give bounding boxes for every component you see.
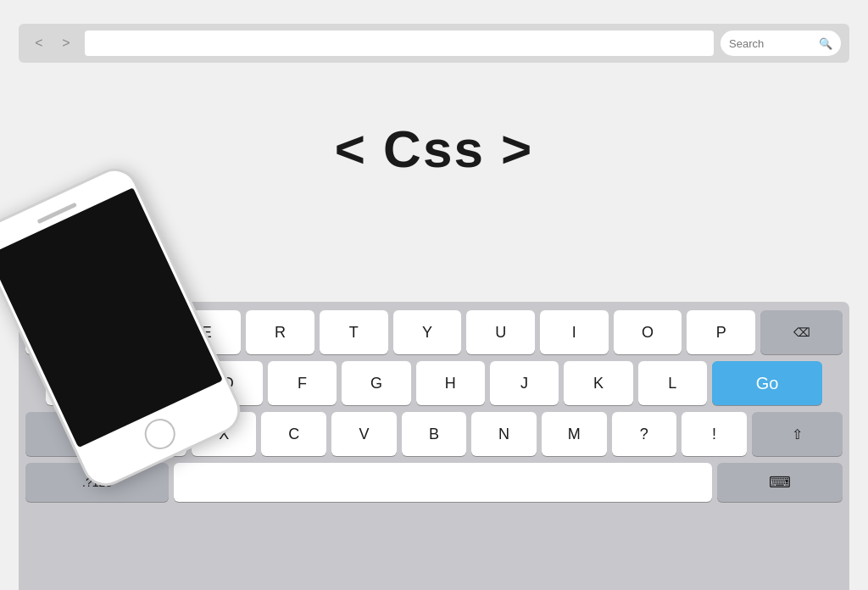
key-m[interactable]: M bbox=[542, 412, 607, 456]
key-y[interactable]: Y bbox=[393, 310, 462, 354]
key-f[interactable]: F bbox=[268, 361, 337, 405]
search-icon: 🔍 bbox=[819, 37, 832, 50]
key-c[interactable]: C bbox=[261, 412, 326, 456]
forward-button[interactable]: > bbox=[54, 31, 78, 55]
key-b[interactable]: B bbox=[402, 412, 467, 456]
search-box: 🔍 bbox=[721, 31, 841, 56]
key-p[interactable]: P bbox=[687, 310, 755, 354]
key-space[interactable] bbox=[174, 463, 712, 502]
key-shift-right[interactable]: ⇧ bbox=[752, 412, 843, 456]
key-n[interactable]: N bbox=[471, 412, 537, 456]
key-j[interactable]: J bbox=[490, 361, 559, 405]
keyboard-row-bottom: .?123 ⌨ bbox=[25, 463, 843, 502]
key-g[interactable]: G bbox=[342, 361, 410, 405]
key-exclaim[interactable]: ! bbox=[682, 412, 747, 456]
key-u[interactable]: U bbox=[466, 310, 535, 354]
browser-bar: < > 🔍 bbox=[19, 24, 849, 63]
phone-home-button bbox=[140, 414, 181, 454]
key-h[interactable]: H bbox=[416, 361, 485, 405]
key-v[interactable]: V bbox=[331, 412, 397, 456]
key-backspace[interactable]: ⌫ bbox=[760, 310, 843, 354]
key-i[interactable]: I bbox=[540, 310, 609, 354]
key-keyboard-icon[interactable]: ⌨ bbox=[717, 463, 843, 502]
key-o[interactable]: O bbox=[614, 310, 682, 354]
key-t[interactable]: T bbox=[320, 310, 388, 354]
key-k[interactable]: K bbox=[564, 361, 632, 405]
key-r[interactable]: R bbox=[246, 310, 314, 354]
nav-buttons: < > bbox=[27, 31, 78, 55]
back-button[interactable]: < bbox=[27, 31, 51, 55]
search-input[interactable] bbox=[729, 37, 814, 50]
key-l[interactable]: L bbox=[638, 361, 707, 405]
key-go[interactable]: Go bbox=[712, 361, 822, 405]
address-bar[interactable] bbox=[85, 31, 714, 56]
key-question[interactable]: ? bbox=[612, 412, 677, 456]
